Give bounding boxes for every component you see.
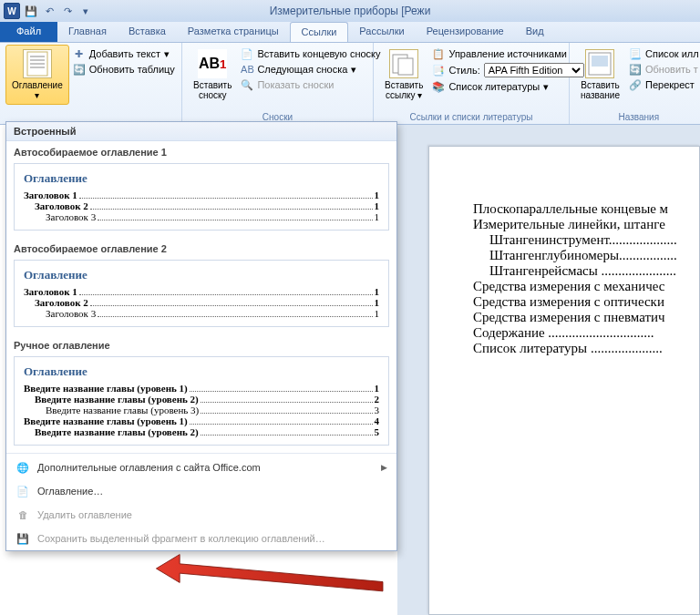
undo-icon[interactable]: ↶ <box>42 4 57 18</box>
manage-sources-label: Управление источниками <box>448 48 566 59</box>
tab-insert[interactable]: Вставка <box>118 22 177 42</box>
next-footnote-label: Следующая сноска <box>257 64 347 75</box>
dd-save-selection: 💾 Сохранить выделенный фрагмент в коллек… <box>6 527 396 550</box>
dd-custom-label: Оглавление… <box>37 486 103 497</box>
dd-save-label: Сохранить выделенный фрагмент в коллекци… <box>37 533 325 544</box>
next-footnote-button[interactable]: ABСледующая сноска ▾ <box>237 62 384 77</box>
preview-title: Оглавление <box>24 364 379 379</box>
manage-icon: 📋 <box>432 47 445 60</box>
manage-sources-button[interactable]: 📋Управление источниками <box>428 46 587 61</box>
style-icon: 📑 <box>432 64 445 77</box>
refresh-icon: 🔄 <box>73 63 86 76</box>
preview-title: Оглавление <box>24 171 379 186</box>
dd-remove-label: Удалить оглавление <box>37 509 132 520</box>
list-illus-label: Список илл <box>645 48 699 59</box>
update-toc-label: Обновить таблицу <box>89 64 175 75</box>
toc-preview-auto2[interactable]: Оглавление Заголовок 11 Заголовок 21 Заг… <box>14 260 389 327</box>
save-selection-icon: 💾 <box>15 531 30 546</box>
show-footnotes-label: Показать сноски <box>257 79 334 90</box>
refresh-icon: 🔄 <box>629 63 642 76</box>
doc-line-1: Плоскопараллельные концевые м <box>473 201 668 216</box>
update-captions-button[interactable]: 🔄Обновить т <box>625 62 700 77</box>
tab-references[interactable]: Ссылки <box>290 22 349 42</box>
doc-line-2: Измерительные линейки, штанге <box>473 217 665 231</box>
citation-style-select[interactable]: 📑Стиль: APA Fifth Edition <box>428 62 587 78</box>
svg-rect-6 <box>398 58 413 75</box>
doc-line-9: Содержание .............................… <box>473 325 654 340</box>
toc-button-label: Оглавление <box>12 80 63 90</box>
dd-builtin-header: Встроенный <box>6 122 396 141</box>
caption-icon <box>585 49 614 78</box>
list-icon: 📃 <box>629 47 642 60</box>
tab-review[interactable]: Рецензирование <box>416 22 515 42</box>
insert-citation-button[interactable]: Вставить ссылку ▾ <box>379 45 428 105</box>
qat-dropdown-icon[interactable]: ▾ <box>78 4 93 18</box>
insert-footnote-button[interactable]: AB1 Вставить сноску <box>188 45 237 105</box>
show-footnotes-button[interactable]: 🔍Показать сноски <box>237 77 384 92</box>
tab-file[interactable]: Файл <box>0 22 57 42</box>
group-captions: Вставить название 📃Список илл 🔄Обновить … <box>570 43 700 124</box>
doc-line-6: Средства измерения с механичес <box>473 279 664 293</box>
doc-line-5: Штангенрейсмасы ...................... <box>489 263 676 278</box>
bibliography-button[interactable]: 📚Список литературы ▾ <box>428 79 587 94</box>
toc-icon <box>23 49 52 78</box>
dd-custom-toc[interactable]: 📄 Оглавление… <box>6 479 396 503</box>
ribbon: Оглавление▾ ✚Добавить текст ▾ 🔄Обновить … <box>0 43 700 125</box>
insert-citation-label: Вставить ссылку <box>385 80 423 100</box>
insert-footnote-label: Вставить сноску <box>193 80 232 100</box>
toc-small-icon: 📄 <box>15 484 30 498</box>
footnote-icon: AB1 <box>198 49 227 78</box>
toc-dropdown: Встроенный Автособираемое оглавление 1 О… <box>5 121 397 551</box>
list-illus-button[interactable]: 📃Список илл <box>625 46 700 61</box>
insert-caption-label: Вставить название <box>581 80 620 100</box>
dd-manual-label: Ручное оглавление <box>6 334 396 353</box>
tab-view[interactable]: Вид <box>515 22 555 42</box>
endnote-icon: 📄 <box>241 47 253 60</box>
dd-remove-toc: 🗑 Удалить оглавление <box>6 503 396 527</box>
dd-more-office[interactable]: 🌐 Дополнительные оглавления с сайта Offi… <box>6 456 396 479</box>
update-toc-button[interactable]: 🔄Обновить таблицу <box>69 62 179 77</box>
update-captions-label: Обновить т <box>645 64 698 75</box>
group-citations: Вставить ссылку ▾ 📋Управление источникам… <box>374 43 570 124</box>
toc-preview-manual[interactable]: Оглавление Введите название главы (урове… <box>14 356 389 446</box>
annotation-arrow <box>137 547 410 601</box>
group-citations-label: Ссылки и списки литературы <box>374 111 569 123</box>
toc-preview-auto1[interactable]: Оглавление Заголовок 11 Заголовок 21 Заг… <box>14 163 389 231</box>
insert-caption-button[interactable]: Вставить название <box>575 45 625 105</box>
svg-marker-9 <box>156 555 383 591</box>
save-icon[interactable]: 💾 <box>24 4 38 18</box>
document-page[interactable]: Плоскопараллельные концевые м Измеритель… <box>428 146 700 615</box>
document-title: Измерительные приборы [Режи <box>270 5 431 17</box>
crossref-button[interactable]: 🔗Перекрест <box>625 77 700 92</box>
add-text-label: Добавить текст <box>89 48 160 59</box>
crossref-label: Перекрест <box>645 79 695 90</box>
office-icon: 🌐 <box>15 460 30 475</box>
insert-endnote-button[interactable]: 📄Вставить концевую сноску <box>237 46 384 61</box>
citation-icon <box>389 49 418 78</box>
add-text-button[interactable]: ✚Добавить текст ▾ <box>69 46 179 61</box>
group-footnotes: AB1 Вставить сноску 📄Вставить концевую с… <box>182 43 374 124</box>
remove-icon: 🗑 <box>15 507 30 522</box>
plus-icon: ✚ <box>73 47 86 60</box>
titlebar: W 💾 ↶ ↷ ▾ Измерительные приборы [Режи <box>0 0 700 22</box>
tab-mailings[interactable]: Рассылки <box>348 22 415 42</box>
doc-line-7: Средства измерения с оптически <box>473 294 664 309</box>
doc-line-8: Средства измерения с пневматич <box>473 310 665 324</box>
tab-layout[interactable]: Разметка страницы <box>177 22 290 42</box>
group-captions-label: Названия <box>570 111 700 123</box>
style-label: Стиль: <box>448 65 479 76</box>
ribbon-tabs: Файл Главная Вставка Разметка страницы С… <box>0 22 700 43</box>
crossref-icon: 🔗 <box>629 78 642 91</box>
toc-button[interactable]: Оглавление▾ <box>5 45 69 105</box>
redo-icon[interactable]: ↷ <box>60 4 75 18</box>
tab-home[interactable]: Главная <box>57 22 118 42</box>
dd-more-label: Дополнительные оглавления с сайта Office… <box>37 462 261 473</box>
doc-line-4: Штангенглубиномеры................. <box>489 248 677 262</box>
biblio-label: Список литературы <box>448 81 540 92</box>
next-footnote-icon: AB <box>241 63 253 76</box>
doc-line-3: Штангенинструмент.................... <box>489 232 677 247</box>
dd-auto2-label: Автособираемое оглавление 2 <box>6 238 396 256</box>
endnote-label: Вставить концевую сноску <box>257 48 380 59</box>
chevron-right-icon: ▶ <box>381 463 387 472</box>
preview-title: Оглавление <box>24 268 379 282</box>
